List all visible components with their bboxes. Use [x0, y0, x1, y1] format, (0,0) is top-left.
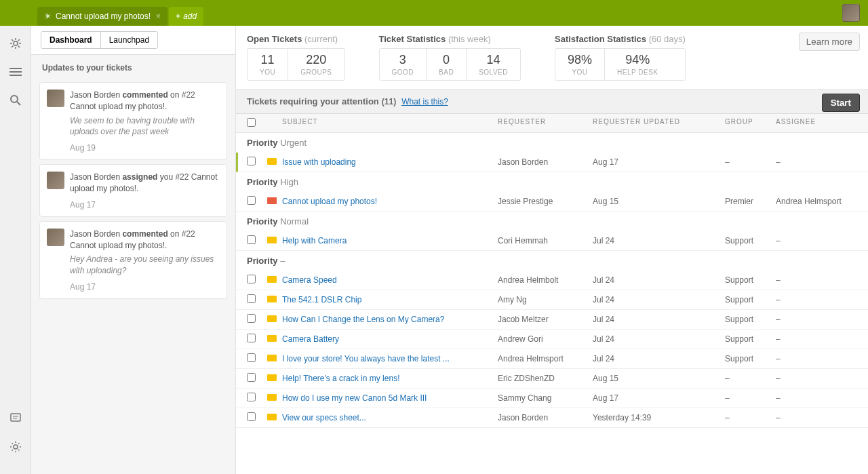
th-assignee: ASSIGNEE [776, 118, 857, 128]
th-subject: SUBJECT [282, 118, 498, 128]
ticket-subject[interactable]: The 542.1 DSLR Chip [282, 295, 361, 304]
ticket-updated: Yesterday 14:39 [593, 413, 725, 422]
ticket-group: – [725, 413, 776, 422]
plus-icon: + [176, 12, 180, 21]
table-body: Priority UrgentIssue with uploadingJason… [236, 133, 868, 428]
ticket-group: Support [725, 315, 776, 324]
table-row[interactable]: Cannot upload my photos!Jessie PrestigeA… [236, 192, 868, 212]
ticket-updated: Jul 24 [593, 354, 725, 363]
ticket-group: – [725, 157, 776, 167]
ticket-subject[interactable]: Help! There's a crack in my lens! [282, 374, 399, 383]
update-card[interactable]: Jason Borden commented on #22 Cannot upl… [39, 221, 227, 299]
table-row[interactable]: Camera BatteryAndrew GoriJul 24Support– [236, 330, 868, 349]
update-text: Jason Borden commented on #22 Cannot upl… [70, 229, 218, 252]
update-date: Aug 17 [70, 282, 218, 292]
ticket-group: Premier [725, 197, 776, 206]
row-checkbox[interactable] [247, 334, 256, 342]
ticket-requester: Andrew Gori [498, 334, 593, 344]
row-checkbox[interactable] [247, 393, 256, 401]
row-checkbox[interactable] [247, 196, 256, 205]
row-checkbox[interactable] [247, 373, 256, 382]
user-avatar[interactable] [842, 4, 860, 22]
ticket-updated: Jul 24 [593, 295, 725, 304]
ticket-table: SUBJECT REQUESTER REQUESTER UPDATED GROU… [236, 114, 868, 474]
learn-more-button[interactable]: Learn more [799, 33, 860, 51]
search-icon[interactable] [7, 92, 24, 108]
row-checkbox[interactable] [247, 314, 256, 323]
row-checkbox[interactable] [247, 412, 256, 421]
sat-you-num: 98% [568, 53, 592, 67]
row-checkbox[interactable] [247, 294, 256, 303]
row-checkbox[interactable] [247, 235, 256, 244]
svg-rect-14 [11, 414, 20, 421]
table-row[interactable]: Issue with uploadingJason BordenAug 17–– [236, 153, 868, 172]
table-row[interactable]: Help with CameraCori HemmahJul 24Support… [236, 231, 868, 251]
ticket-group: Support [725, 295, 776, 304]
updates-title: Updates to your tickets [31, 55, 235, 78]
svg-point-0 [14, 41, 18, 45]
row-checkbox[interactable] [247, 157, 256, 165]
ticket-subject[interactable]: How Can I Change the Lens on My Camera? [282, 315, 444, 324]
ticket-subject[interactable]: Help with Camera [282, 236, 347, 245]
left-column: Dashboard Launchpad Updates to your tick… [31, 26, 236, 474]
ticket-updated: Jul 24 [593, 315, 725, 324]
ticket-assignee: – [776, 334, 857, 344]
ticket-assignee: – [776, 374, 857, 383]
ticket-group: Support [725, 354, 776, 363]
ticket-tab[interactable]: ☀ Cannot upload my photos! × [37, 7, 167, 26]
row-checkbox[interactable] [247, 275, 256, 283]
gear-icon[interactable] [7, 439, 24, 455]
start-button[interactable]: Start [822, 94, 860, 112]
update-comment: Hey Andrea - are you seeing any issues w… [70, 254, 218, 277]
ticket-updated: Jul 24 [593, 334, 725, 344]
table-row[interactable]: View our specs sheet...Jason BordenYeste… [236, 408, 868, 428]
ticket-subject[interactable]: Camera Battery [282, 334, 339, 344]
ticket-updated: Aug 17 [593, 157, 725, 167]
table-row[interactable]: Help! There's a crack in my lens!Eric ZD… [236, 369, 868, 389]
table-row[interactable]: I love your store! You always have the l… [236, 349, 868, 369]
tab-label: Cannot upload my photos! [56, 12, 151, 21]
update-text: Jason Borden commented on #22 Cannot upl… [70, 90, 218, 113]
ticket-assignee: – [776, 236, 857, 245]
svg-line-7 [12, 46, 14, 48]
home-icon[interactable] [7, 35, 24, 52]
pill-tabs-row: Dashboard Launchpad [31, 26, 235, 55]
envelope-icon [267, 315, 277, 322]
table-row[interactable]: The 542.1 DSLR ChipAmy NgJul 24Support– [236, 290, 868, 310]
update-card[interactable]: Jason Borden assigned you #22 Cannot upl… [39, 164, 227, 217]
row-checkbox[interactable] [247, 353, 256, 362]
ticket-requester: Jessie Prestige [498, 197, 593, 206]
add-tab[interactable]: + add [169, 7, 203, 26]
priority-row: Priority High [236, 172, 868, 192]
sat-hd-lab: HELP DESK [617, 68, 658, 76]
ticket-assignee: – [776, 275, 857, 285]
priority-row: Priority Normal [236, 212, 868, 231]
ticket-subject[interactable]: How do I use my new Canon 5d Mark III [282, 393, 427, 403]
open-you-lab: YOU [260, 68, 275, 76]
select-all-checkbox[interactable] [247, 118, 256, 127]
priority-row: Priority Urgent [236, 133, 868, 153]
ticket-subject[interactable]: Issue with uploading [282, 157, 356, 167]
launchpad-tab[interactable]: Launchpad [101, 32, 157, 48]
ticket-subject[interactable]: I love your store! You always have the l… [282, 354, 450, 363]
ticket-group: Support [725, 275, 776, 285]
table-row[interactable]: How do I use my new Canon 5d Mark IIISam… [236, 389, 868, 408]
pill-tabs: Dashboard Launchpad [41, 31, 158, 49]
ticket-updated: Aug 17 [593, 393, 725, 403]
ticket-updated: Jul 24 [593, 236, 725, 245]
ticket-subject[interactable]: Cannot upload my photos! [282, 197, 377, 206]
table-row[interactable]: How Can I Change the Lens on My Camera?J… [236, 310, 868, 330]
update-card[interactable]: Jason Borden commented on #22 Cannot upl… [39, 82, 227, 160]
table-row[interactable]: Camera SpeedAndrea HelmboltJul 24Support… [236, 271, 868, 290]
ticket-subject[interactable]: View our specs sheet... [282, 413, 366, 422]
menu-icon[interactable] [7, 64, 24, 80]
open-groups-lab: GROUPS [300, 68, 332, 76]
chat-icon[interactable] [7, 410, 24, 427]
good-lab: GOOD [392, 68, 414, 76]
ticket-subject[interactable]: Camera Speed [282, 275, 337, 285]
dashboard-tab[interactable]: Dashboard [41, 32, 101, 48]
close-icon[interactable]: × [156, 12, 161, 21]
what-is-this-link[interactable]: What is this? [401, 97, 448, 106]
envelope-icon [267, 394, 277, 401]
ticket-stats: Ticket Statistics (this week) 3GOOD 0BAD… [379, 34, 521, 81]
